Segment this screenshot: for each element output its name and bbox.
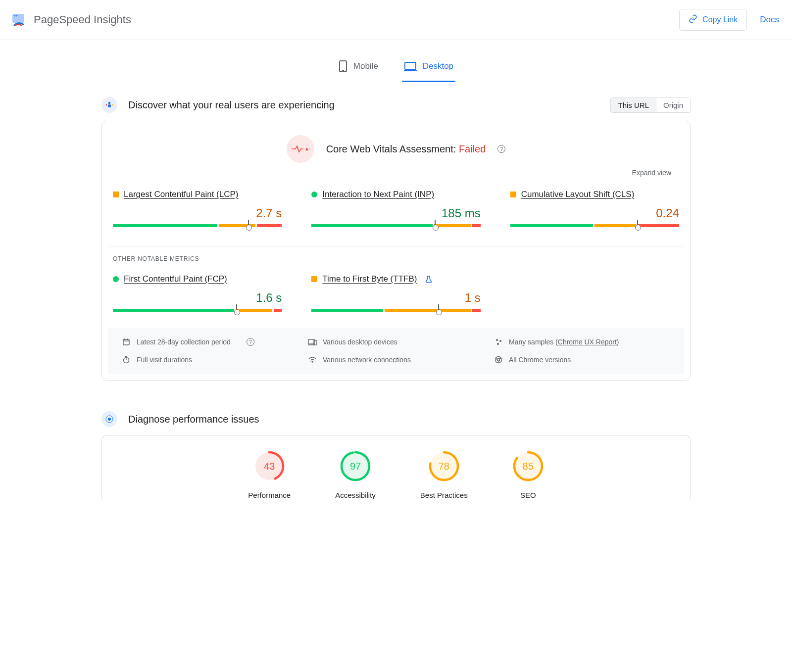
svg-point-33 bbox=[108, 418, 111, 421]
wifi-icon bbox=[308, 355, 317, 364]
section-diagnose-title: Diagnose performance issues bbox=[128, 414, 259, 425]
devices: Various desktop devices bbox=[323, 338, 397, 346]
flask-icon bbox=[425, 275, 433, 283]
desktop-icon bbox=[404, 61, 417, 71]
samples-prefix: Many samples ( bbox=[509, 338, 558, 346]
topbar: PageSpeed Insights Copy Link Docs bbox=[0, 0, 792, 40]
duration: Full visit durations bbox=[137, 356, 192, 364]
help-icon[interactable]: ? bbox=[247, 338, 254, 346]
status-indicator-icon bbox=[113, 192, 119, 197]
cwv-header: Core Web Vitals Assessment: Failed ? bbox=[108, 135, 684, 163]
metric-name[interactable]: Time to First Byte (TTFB) bbox=[322, 274, 417, 284]
samples-suffix: ) bbox=[617, 338, 619, 346]
gauge-score: 78 bbox=[428, 450, 460, 482]
tab-mobile-label: Mobile bbox=[353, 61, 378, 71]
gauge-score: 85 bbox=[512, 450, 544, 482]
metric-distribution-bar bbox=[113, 224, 282, 227]
device-icon bbox=[308, 337, 317, 346]
svg-point-21 bbox=[499, 340, 501, 342]
diagnose-icon bbox=[101, 411, 117, 427]
collection-period: Latest 28-day collection period bbox=[137, 338, 231, 346]
help-icon[interactable]: ? bbox=[497, 145, 505, 153]
gauge-ring: 85 bbox=[512, 450, 544, 482]
metric-marker-icon bbox=[236, 304, 237, 309]
gauge-label: Performance bbox=[248, 491, 291, 499]
metric-value: 0.24 bbox=[510, 199, 679, 224]
gauge-performance[interactable]: 43 Performance bbox=[248, 450, 291, 499]
gauge-best-practices[interactable]: 78 Best Practices bbox=[420, 450, 468, 499]
svg-point-9 bbox=[106, 104, 107, 106]
calendar-icon bbox=[122, 337, 131, 346]
gauge-score: 43 bbox=[253, 450, 285, 482]
svg-rect-17 bbox=[308, 339, 314, 344]
other-metrics-label: OTHER NOTABLE METRICS bbox=[108, 250, 684, 264]
status-indicator-icon bbox=[311, 192, 317, 197]
tab-desktop-label: Desktop bbox=[423, 61, 453, 71]
section-diagnose-head: Diagnose performance issues bbox=[101, 396, 691, 435]
metric-distribution-bar bbox=[311, 224, 480, 227]
svg-point-2 bbox=[16, 15, 18, 17]
link-icon bbox=[689, 14, 697, 25]
metric-marker-icon bbox=[435, 220, 436, 225]
other-metrics: First Contentful Paint (FCP) 1.6 s Time … bbox=[108, 264, 684, 322]
device-tabs: Mobile Desktop bbox=[101, 40, 691, 82]
chrome-icon bbox=[494, 355, 503, 364]
gauges-row: 43 Performance 97 Accessibility 78 Best … bbox=[108, 450, 684, 499]
docs-link[interactable]: Docs bbox=[760, 15, 779, 25]
svg-rect-13 bbox=[123, 339, 129, 345]
svg-point-22 bbox=[497, 343, 499, 345]
copy-link-button[interactable]: Copy Link bbox=[679, 9, 747, 31]
cwv-card: Core Web Vitals Assessment: Failed ? Exp… bbox=[101, 121, 691, 381]
gauge-seo[interactable]: 85 SEO bbox=[512, 450, 544, 499]
gauge-ring: 97 bbox=[340, 450, 371, 482]
metric-distribution-bar bbox=[510, 224, 679, 227]
metric-lcp: Largest Contentful Paint (LCP) 2.7 s bbox=[113, 190, 282, 227]
svg-point-7 bbox=[108, 102, 111, 104]
svg-rect-8 bbox=[108, 104, 111, 107]
network: Various network connections bbox=[323, 356, 411, 364]
divider bbox=[108, 246, 684, 246]
gauge-label: SEO bbox=[520, 491, 536, 499]
metric-marker-icon bbox=[248, 220, 249, 225]
metric-value: 1 s bbox=[311, 284, 480, 309]
gauge-ring: 43 bbox=[253, 450, 285, 482]
svg-rect-0 bbox=[12, 14, 24, 23]
vitals-fail-icon bbox=[287, 135, 314, 163]
toggle-this-url[interactable]: This URL bbox=[611, 98, 656, 112]
metric-value: 2.7 s bbox=[113, 199, 282, 224]
top-actions: Copy Link Docs bbox=[679, 9, 779, 31]
gauge-accessibility[interactable]: 97 Accessibility bbox=[335, 450, 376, 499]
toggle-origin[interactable]: Origin bbox=[656, 98, 690, 112]
status-indicator-icon bbox=[510, 192, 516, 197]
metric-distribution-bar bbox=[311, 309, 480, 312]
gauge-score: 97 bbox=[340, 450, 371, 482]
scope-toggle: This URL Origin bbox=[610, 97, 691, 113]
expand-view-link[interactable]: Expand view bbox=[108, 167, 684, 180]
svg-point-10 bbox=[112, 104, 113, 106]
metric-name[interactable]: First Contentful Paint (FCP) bbox=[124, 274, 227, 284]
metric-name[interactable]: Cumulative Layout Shift (CLS) bbox=[521, 190, 635, 199]
metric-spacer bbox=[510, 274, 679, 312]
tab-mobile[interactable]: Mobile bbox=[337, 54, 380, 82]
primary-metrics: Largest Contentful Paint (LCP) 2.7 s Int… bbox=[108, 180, 684, 237]
cwv-label: Core Web Vitals Assessment: bbox=[326, 144, 459, 154]
svg-point-1 bbox=[14, 15, 16, 17]
metric-name[interactable]: Interaction to Next Paint (INP) bbox=[322, 190, 434, 199]
crux-link[interactable]: Chrome UX Report bbox=[558, 338, 617, 346]
brand-title: PageSpeed Insights bbox=[34, 13, 131, 26]
users-icon bbox=[101, 97, 117, 113]
cwv-status: Failed bbox=[459, 144, 486, 154]
metric-name[interactable]: Largest Contentful Paint (LCP) bbox=[124, 190, 239, 199]
status-indicator-icon bbox=[113, 276, 119, 282]
metric-value: 185 ms bbox=[311, 199, 480, 224]
metric-fcp: First Contentful Paint (FCP) 1.6 s bbox=[113, 274, 282, 312]
brand: PageSpeed Insights bbox=[11, 12, 131, 28]
versions: All Chrome versions bbox=[509, 356, 571, 364]
svg-point-26 bbox=[312, 361, 313, 362]
svg-point-20 bbox=[496, 339, 498, 341]
status-indicator-icon bbox=[311, 276, 317, 282]
gauge-ring: 78 bbox=[428, 450, 460, 482]
tab-desktop[interactable]: Desktop bbox=[402, 54, 455, 82]
gauge-label: Accessibility bbox=[335, 491, 376, 499]
cwv-assessment: Core Web Vitals Assessment: Failed bbox=[326, 144, 486, 155]
